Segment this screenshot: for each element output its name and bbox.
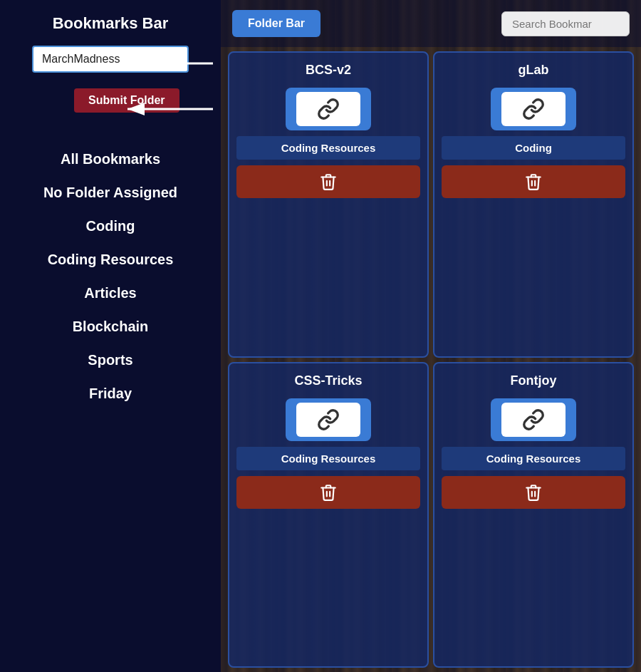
card-folder-label: Coding Resources — [236, 136, 420, 160]
sidebar: Bookmarks Bar Submit Folder — [0, 0, 221, 672]
chain-link-icon — [522, 408, 545, 431]
card-site-name: Fontjoy — [511, 373, 557, 388]
trash-icon — [319, 172, 338, 191]
main-content: Folder Bar BCS-v2 Coding Resources — [221, 0, 641, 672]
trash-icon — [524, 483, 543, 502]
card-delete-button[interactable] — [442, 165, 625, 198]
card-delete-button[interactable] — [236, 476, 420, 509]
bookmark-card-css-tricks: CSS-Tricks Coding Resources — [228, 362, 429, 668]
trash-icon — [524, 172, 543, 191]
card-folder-label: Coding Resources — [236, 447, 420, 470]
sidebar-item-blockchain[interactable]: Blockchain — [11, 311, 209, 342]
sidebar-item-coding-resources[interactable]: Coding Resources — [11, 244, 209, 275]
sidebar-item-all-bookmarks[interactable]: All Bookmarks — [11, 144, 209, 175]
cards-grid: BCS-v2 Coding Resources — [221, 47, 641, 672]
card-folder-label: Coding — [442, 136, 625, 160]
card-delete-button[interactable] — [442, 476, 625, 509]
top-bar: Folder Bar — [221, 0, 641, 47]
card-site-name: BCS-v2 — [306, 63, 351, 78]
card-folder-label: Coding Resources — [442, 447, 625, 470]
sidebar-nav: All Bookmarks No Folder Assigned Coding … — [11, 144, 209, 409]
sidebar-item-no-folder[interactable]: No Folder Assigned — [11, 177, 209, 208]
chain-link-icon — [317, 98, 340, 120]
folder-bar-button[interactable]: Folder Bar — [232, 10, 320, 37]
card-link-button[interactable] — [491, 88, 576, 130]
card-site-name: CSS-Tricks — [294, 373, 362, 388]
link-icon — [296, 92, 360, 126]
input-arrow — [131, 53, 217, 74]
folder-input-group: Submit Folder — [11, 46, 209, 144]
card-link-button[interactable] — [491, 398, 576, 441]
link-icon — [501, 403, 566, 437]
trash-icon — [319, 483, 338, 502]
card-link-button[interactable] — [286, 88, 371, 130]
sidebar-item-friday[interactable]: Friday — [11, 378, 209, 409]
bookmark-card-fontjoy: Fontjoy Coding Resources — [433, 362, 634, 668]
chain-link-icon — [317, 408, 340, 431]
sidebar-item-coding[interactable]: Coding — [11, 211, 209, 242]
submit-arrow — [124, 98, 217, 120]
card-delete-button[interactable] — [236, 165, 420, 198]
card-site-name: gLab — [518, 63, 549, 78]
sidebar-item-articles[interactable]: Articles — [11, 278, 209, 309]
bookmark-card-bcs-v2: BCS-v2 Coding Resources — [228, 51, 429, 358]
sidebar-title: Bookmarks Bar — [53, 14, 169, 33]
link-icon — [296, 403, 360, 437]
chain-link-icon — [522, 98, 545, 120]
sidebar-item-sports[interactable]: Sports — [11, 345, 209, 376]
search-input[interactable] — [501, 11, 630, 36]
bookmark-card-glab: gLab Coding — [433, 51, 634, 358]
link-icon — [501, 92, 566, 126]
card-link-button[interactable] — [286, 398, 371, 441]
